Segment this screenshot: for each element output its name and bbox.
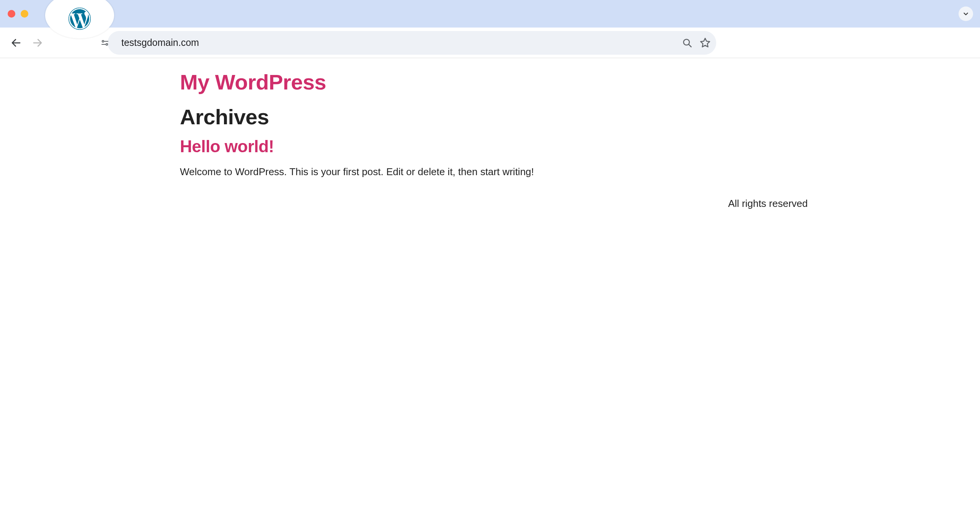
site-info-button[interactable] <box>100 38 109 47</box>
post-title-link[interactable]: Hello world! <box>180 137 808 156</box>
tune-icon <box>100 38 109 47</box>
page-content: My WordPress Archives Hello world! Welco… <box>0 58 980 210</box>
close-window-button[interactable] <box>8 10 15 18</box>
footer-text: All rights reserved <box>180 198 808 210</box>
magnifier-icon <box>682 37 693 48</box>
svg-point-3 <box>106 43 108 45</box>
forward-button[interactable] <box>29 34 46 51</box>
arrow-right-icon <box>32 37 43 49</box>
wordpress-icon <box>69 8 91 30</box>
browser-tab-bar <box>0 0 980 28</box>
browser-toolbar: testsgdomain.com <box>0 28 980 58</box>
chevron-down-icon <box>962 10 970 18</box>
minimize-window-button[interactable] <box>21 10 28 18</box>
svg-line-6 <box>689 44 691 47</box>
arrow-left-icon <box>10 37 22 49</box>
search-tabs-button[interactable] <box>959 7 973 21</box>
site-title-link[interactable]: My WordPress <box>180 70 808 94</box>
bookmark-button[interactable] <box>699 37 711 49</box>
window-controls <box>8 10 28 18</box>
address-bar[interactable]: testsgdomain.com <box>108 31 716 55</box>
back-button[interactable] <box>8 34 24 51</box>
star-icon <box>699 37 711 49</box>
url-text[interactable]: testsgdomain.com <box>121 37 682 48</box>
zoom-button[interactable] <box>682 37 693 48</box>
address-bar-area: testsgdomain.com <box>89 31 716 55</box>
post-excerpt: Welcome to WordPress. This is your first… <box>180 164 808 179</box>
page-heading: Archives <box>180 104 808 129</box>
svg-point-1 <box>102 40 104 42</box>
